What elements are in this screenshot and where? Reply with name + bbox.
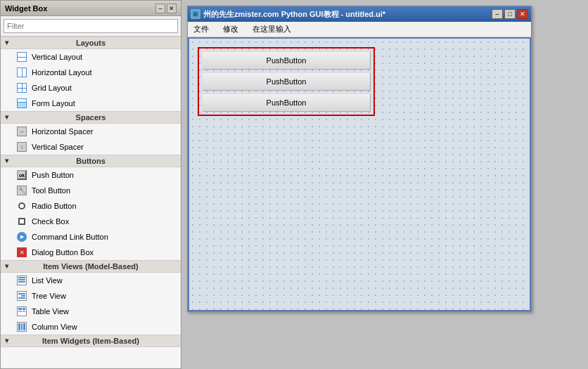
form-layout-label: Form Layout [32, 99, 75, 108]
designer-minimize-button[interactable]: – [492, 9, 503, 19]
horizontal-layout-label: Horizontal Layout [32, 68, 92, 77]
grid-layout-label: Grid Layout [32, 84, 72, 92]
tree-view-icon [16, 290, 27, 302]
check-box-item[interactable]: Check Box [1, 214, 181, 229]
dialog-button-box-icon [16, 247, 27, 258]
widget-box-title: Widget Box [5, 4, 47, 13]
filter-input[interactable] [4, 19, 178, 33]
designer-menubar: 文件 修改 在这里输入 [188, 22, 531, 37]
filter-area [1, 16, 181, 37]
list-view-label: List View [32, 276, 63, 285]
horizontal-layout-icon [16, 67, 27, 78]
check-box-icon [16, 216, 27, 227]
designer-title-text: 州的先生zmister.com Python GUI教程 - untitled.… [203, 9, 385, 20]
table-view-label: Table View [32, 307, 69, 316]
grid-layout-item[interactable]: Grid Layout [1, 80, 181, 96]
grid-layout-icon [16, 82, 27, 93]
horizontal-layout-item[interactable]: Horizontal Layout [1, 65, 181, 80]
push-button-label: Push Button [32, 171, 74, 179]
tool-button-label: Tool Button [32, 186, 70, 195]
command-link-button-label: Command Link Button [32, 233, 108, 241]
dialog-button-box-item[interactable]: Dialog Button Box [1, 245, 181, 260]
push-button-3[interactable]: PushButton [202, 93, 371, 112]
spacers-category[interactable]: Spacers [1, 111, 181, 124]
main-area: 州的先生zmister.com Python GUI教程 - untitled.… [181, 0, 588, 369]
command-link-button-item[interactable]: Command Link Button [1, 229, 181, 245]
minimize-button[interactable]: – [155, 4, 165, 13]
close-button[interactable]: ✕ [167, 4, 177, 13]
vertical-spacer-label: Vertical Spacer [32, 143, 84, 151]
widget-list[interactable]: Layouts Vertical Layout Horizontal Layou… [1, 37, 181, 368]
designer-maximize-button[interactable]: □ [504, 9, 516, 19]
item-widgets-category[interactable]: Item Widgets (Item-Based) [1, 335, 181, 347]
menu-edit[interactable]: 修改 [220, 23, 241, 35]
form-layout-item[interactable]: Form Layout [1, 96, 181, 111]
horizontal-spacer-label: Horizontal Spacer [32, 127, 93, 136]
layouts-category[interactable]: Layouts [1, 37, 181, 49]
push-button-item[interactable]: ok Push Button [1, 167, 181, 183]
column-view-item[interactable]: Column View [1, 319, 181, 335]
tool-button-icon: 🔧 [16, 185, 27, 196]
push-button-2[interactable]: PushButton [202, 72, 371, 91]
vertical-spacer-icon: ↕ [16, 141, 27, 153]
titlebar-buttons: – ✕ [155, 4, 177, 13]
radio-button-icon [16, 200, 27, 212]
horizontal-spacer-icon: ↔ [16, 126, 27, 137]
widget-box: Widget Box – ✕ Layouts Vertical Layout H… [0, 0, 181, 369]
table-view-icon [16, 306, 27, 317]
vertical-layout-icon [16, 51, 27, 63]
dialog-button-box-label: Dialog Button Box [32, 248, 94, 257]
designer-titlebar: 州的先生zmister.com Python GUI教程 - untitled.… [188, 6, 531, 22]
radio-button-item[interactable]: Radio Button [1, 198, 181, 214]
horizontal-spacer-item[interactable]: ↔ Horizontal Spacer [1, 124, 181, 139]
vertical-spacer-item[interactable]: ↕ Vertical Spacer [1, 139, 181, 155]
designer-title-icon [191, 9, 200, 19]
vertical-layout-item[interactable]: Vertical Layout [1, 49, 181, 65]
list-view-item[interactable]: List View [1, 273, 181, 288]
list-view-icon [16, 275, 27, 286]
form-layout-icon [16, 98, 27, 109]
designer-window: 州的先生zmister.com Python GUI教程 - untitled.… [187, 6, 532, 312]
tool-button-item[interactable]: 🔧 Tool Button [1, 183, 181, 198]
command-link-button-icon [16, 231, 27, 242]
item-views-category[interactable]: Item Views (Model-Based) [1, 260, 181, 273]
column-view-icon [16, 321, 27, 332]
push-button-icon: ok [16, 169, 27, 181]
designer-title-left: 州的先生zmister.com Python GUI教程 - untitled.… [191, 9, 385, 20]
designer-close-button[interactable]: ✕ [517, 9, 528, 19]
check-box-label: Check Box [32, 217, 69, 226]
column-view-label: Column View [32, 323, 77, 331]
widget-box-titlebar: Widget Box – ✕ [1, 1, 181, 16]
menu-here[interactable]: 在这里输入 [250, 23, 294, 35]
table-view-item[interactable]: Table View [1, 304, 181, 319]
form-area: PushButton PushButton PushButton [198, 47, 375, 116]
buttons-category[interactable]: Buttons [1, 155, 181, 167]
svg-rect-1 [193, 12, 198, 16]
designer-window-controls: – □ ✕ [490, 9, 528, 19]
menu-file[interactable]: 文件 [191, 23, 212, 35]
tree-view-label: Tree View [32, 292, 66, 300]
tree-view-item[interactable]: Tree View [1, 288, 181, 304]
radio-button-label: Radio Button [32, 202, 77, 210]
push-button-1[interactable]: PushButton [202, 51, 371, 70]
vertical-layout-label: Vertical Layout [32, 53, 82, 61]
designer-canvas[interactable]: PushButton PushButton PushButton [188, 37, 531, 311]
